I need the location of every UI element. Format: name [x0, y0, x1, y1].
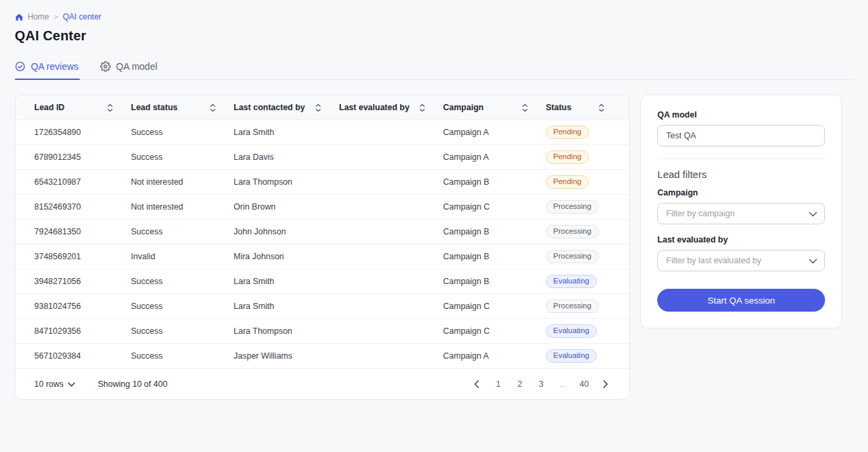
sort-icon[interactable]	[315, 103, 322, 112]
cell-status: Evaluating	[546, 349, 622, 363]
cell-status: Processing	[546, 200, 622, 214]
cell-campaign: Campaign B	[443, 277, 546, 286]
evaluated-filter-select[interactable]: Filter by last evaluated by	[657, 250, 825, 271]
column-header-last-evaluated-by: Last evaluated by	[339, 103, 443, 112]
status-badge: Evaluating	[546, 275, 597, 289]
campaign-filter-select[interactable]: Filter by campaign	[657, 203, 825, 224]
cell-campaign: Campaign A	[443, 128, 546, 137]
cell-campaign: Campaign B	[443, 252, 546, 261]
rows-per-page-select[interactable]: 10 rows	[34, 379, 75, 389]
breadcrumb-home-link[interactable]: Home	[15, 12, 49, 21]
cell-campaign: Campaign B	[443, 227, 546, 236]
cell-lead-status: Not interested	[131, 202, 234, 212]
pagination-ellipsis: …	[554, 375, 571, 393]
table-row[interactable]: 1726354890 Success Lara Smith Campaign A…	[15, 120, 629, 145]
status-badge: Evaluating	[546, 324, 597, 338]
cell-lead-id: 8152469370	[34, 202, 131, 212]
table-body: 1726354890 Success Lara Smith Campaign A…	[15, 120, 629, 369]
table-row[interactable]: 8471029356 Success Lara Thompson Campaig…	[15, 319, 629, 344]
next-page-button[interactable]	[597, 375, 614, 393]
table-row[interactable]: 8152469370 Not interested Orin Brown Cam…	[15, 195, 629, 220]
cell-lead-id: 3748569201	[34, 252, 131, 261]
cell-campaign: Campaign C	[443, 302, 546, 311]
cell-lead-id: 8471029356	[34, 326, 131, 336]
cell-status: Processing	[546, 225, 622, 239]
gear-icon	[100, 61, 111, 72]
table-row[interactable]: 5671029384 Success Jasper Williams Campa…	[15, 344, 629, 369]
table-footer: 10 rows Showing 10 of 400 123…40	[15, 369, 629, 399]
cell-lead-status: Success	[131, 152, 234, 162]
chevron-down-icon	[809, 256, 817, 266]
cell-lead-id: 6789012345	[34, 152, 131, 162]
tab-qa-model-label: QA model	[116, 61, 157, 72]
pagination: 123…40	[468, 375, 614, 393]
breadcrumb-current[interactable]: QAI center	[62, 12, 101, 21]
cell-status: Processing	[546, 250, 622, 264]
column-header-lead-id: Lead ID	[34, 103, 131, 112]
cell-campaign: Campaign A	[443, 351, 546, 361]
tab-qa-reviews[interactable]: QA reviews	[15, 61, 80, 79]
qa-model-label: QA model	[657, 110, 825, 120]
sort-icon[interactable]	[209, 103, 216, 112]
table-row[interactable]: 9381024756 Success Lara Smith Campaign C…	[15, 294, 629, 319]
table-row[interactable]: 3948271056 Success Lara Smith Campaign B…	[15, 269, 629, 294]
showing-count: Showing 10 of 400	[98, 379, 168, 389]
status-badge: Evaluating	[546, 349, 597, 363]
column-header-lead-status: Lead status	[131, 103, 234, 112]
cell-campaign: Campaign A	[443, 152, 546, 162]
status-badge: Pending	[546, 175, 589, 189]
cell-lead-status: Not interested	[131, 177, 234, 187]
table-row[interactable]: 3748569201 Invalid Mira Johnson Campaign…	[15, 244, 629, 269]
column-header-status: Status	[546, 103, 622, 112]
chevron-down-icon	[809, 209, 817, 219]
breadcrumb: Home > QAI center	[15, 12, 842, 21]
page-number-button[interactable]: 2	[511, 375, 528, 393]
column-header-last-contacted-by: Last contacted by	[234, 103, 339, 112]
cell-last-contacted-by: Lara Thompson	[234, 326, 339, 336]
sort-icon[interactable]	[522, 103, 528, 112]
cell-lead-status: Success	[131, 128, 234, 137]
cell-lead-id: 7924681350	[34, 227, 131, 236]
sort-icon[interactable]	[598, 103, 605, 112]
cell-campaign: Campaign B	[443, 177, 546, 187]
cell-lead-id: 3948271056	[34, 277, 131, 286]
column-header-campaign: Campaign	[443, 103, 546, 112]
sort-icon[interactable]	[107, 103, 113, 112]
evaluated-filter-placeholder: Filter by last evaluated by	[666, 256, 761, 265]
cell-lead-status: Invalid	[131, 252, 234, 261]
cell-campaign: Campaign C	[443, 326, 546, 336]
qai-center-page: Home > QAI center QAI Center QA reviews …	[0, 0, 855, 400]
qa-session-panel: QA model Lead filters Campaign Filter by…	[640, 95, 842, 328]
status-badge: Processing	[546, 250, 599, 264]
evaluated-filter-label: Last evaluated by	[657, 235, 825, 244]
cell-last-contacted-by: Lara Smith	[234, 128, 339, 137]
previous-page-button[interactable]	[468, 375, 485, 393]
rows-per-page-value: 10 rows	[34, 379, 64, 389]
qa-model-input[interactable]	[657, 125, 825, 146]
table-row[interactable]: 6543210987 Not interested Lara Thompson …	[15, 170, 629, 195]
cell-lead-status: Success	[131, 277, 234, 286]
sort-icon[interactable]	[419, 103, 426, 112]
page-number-button[interactable]: 1	[489, 375, 507, 393]
cell-status: Evaluating	[546, 324, 622, 338]
cell-lead-status: Success	[131, 326, 234, 336]
table-row[interactable]: 6789012345 Success Lara Davis Campaign A…	[15, 145, 629, 170]
page-number-button[interactable]: 3	[532, 375, 550, 393]
home-icon	[15, 13, 23, 21]
page-number-button[interactable]: 40	[575, 375, 593, 393]
status-badge: Pending	[546, 126, 589, 140]
cell-campaign: Campaign C	[443, 202, 546, 212]
start-qa-session-button[interactable]: Start QA session	[657, 289, 825, 312]
tab-qa-reviews-label: QA reviews	[31, 61, 79, 72]
cell-last-contacted-by: Lara Davis	[234, 152, 339, 162]
cell-status: Pending	[546, 150, 622, 165]
cell-lead-status: Success	[131, 302, 234, 311]
cell-lead-id: 1726354890	[34, 128, 131, 137]
breadcrumb-separator: >	[54, 13, 58, 21]
page-title: QAI Center	[15, 28, 842, 44]
tab-qa-model[interactable]: QA model	[100, 61, 158, 79]
cell-lead-id: 5671029384	[34, 351, 131, 361]
status-badge: Processing	[546, 200, 599, 214]
table-row[interactable]: 7924681350 Success John Johnson Campaign…	[15, 220, 629, 244]
cell-lead-status: Success	[131, 227, 234, 236]
